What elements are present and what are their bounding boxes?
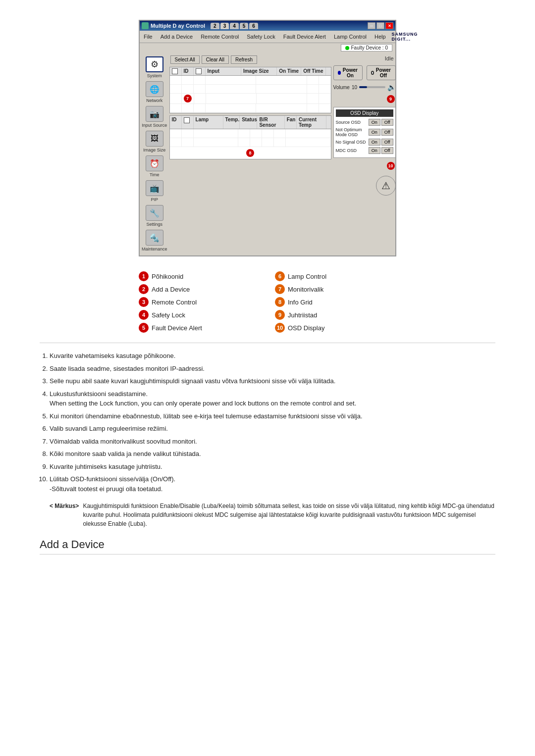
- osd-mdc-off[interactable]: Off: [381, 147, 393, 154]
- power-on-button[interactable]: Power On: [333, 65, 363, 80]
- volume-label: Volume: [333, 85, 350, 90]
- sidebar-label-maintenance: Maintenance: [142, 247, 167, 252]
- tab-3[interactable]: 3: [220, 23, 229, 29]
- legend-text-5: Fault Device Alert: [152, 324, 202, 332]
- right-panel: Idle Power On Power Off Volume 10: [333, 54, 396, 253]
- legend-num-9: 9: [275, 310, 285, 320]
- volume-slider[interactable]: [359, 86, 385, 88]
- list-item-2: Saate lisada seadme, sisestades monitori…: [50, 364, 495, 374]
- header-checkbox[interactable]: [172, 68, 178, 74]
- legend-section: 1 Põhikoonid 6 Lamp Control 2 Add a Devi…: [139, 271, 396, 333]
- sidebar-item-image-size[interactable]: 🖼 Image Size: [143, 131, 165, 152]
- numbered-list: Kuvarite vahetamiseks kasutage põhikoone…: [40, 351, 495, 494]
- legend-text-7: Monitorivalik: [288, 286, 323, 293]
- info-col-current-temp: Current Temp: [297, 116, 326, 129]
- legend-item-3: 3 Remote Control: [139, 297, 260, 307]
- sidebar-item-pip[interactable]: 📺 PIP: [146, 180, 163, 202]
- osd-row-no-signal: No Signal OSD On Off: [336, 139, 393, 146]
- left-sidebar: ⚙ System 🌐 Network 📷 Input Source: [142, 54, 167, 253]
- sidebar-item-settings[interactable]: 🔧 Settings: [146, 205, 163, 227]
- list-item-9: Kuvarite juhtimiseks kasutage juhtriistu…: [50, 462, 495, 472]
- maintenance-button[interactable]: ⚠: [376, 176, 396, 196]
- legend-item-2: 2 Add a Device: [139, 284, 260, 294]
- menu-file[interactable]: File: [142, 33, 155, 40]
- info-grid-header: ID Lamp Temp. Status B/R Sensor Fan Curr…: [170, 116, 331, 129]
- menu-help[interactable]: Help: [373, 33, 388, 40]
- menu-lamp-control[interactable]: Lamp Control: [332, 33, 369, 40]
- device-grid: ID Input Image Size On Time Off Time: [169, 67, 331, 113]
- faulty-device-label: Faulty Device : 0: [351, 45, 388, 50]
- volume-fill: [359, 86, 367, 88]
- info-col-img: [182, 116, 194, 129]
- osd-notoptimum-btns: On Off: [369, 129, 393, 136]
- sidebar-label-time: Time: [150, 172, 160, 177]
- tab-2[interactable]: 2: [211, 23, 219, 29]
- legend-text-3: Remote Control: [152, 299, 197, 306]
- menu-add-device[interactable]: Add a Device: [159, 33, 195, 40]
- osd-source-label: Source OSD: [336, 120, 369, 125]
- volume-value: 10: [352, 85, 357, 90]
- osd-notoptimum-on[interactable]: On: [369, 129, 380, 136]
- info-col-id: ID: [170, 116, 182, 129]
- header-img-checkbox[interactable]: [196, 68, 202, 74]
- osd-mdc-on[interactable]: On: [369, 147, 380, 154]
- app-title: Multiple D ay Control: [151, 23, 205, 29]
- list-item-7: Võimaldab valida monitorivalikust soovit…: [50, 437, 495, 447]
- clear-all-button[interactable]: Clear All: [202, 55, 229, 64]
- menu-fault-device-alert[interactable]: Fault Device Alert: [281, 33, 328, 40]
- power-off-button[interactable]: Power Off: [367, 65, 396, 80]
- menu-remote-control[interactable]: Remote Control: [199, 33, 241, 40]
- idle-status: Idle: [333, 54, 396, 62]
- osd-row-mdc: MDC OSD On Off: [336, 147, 393, 154]
- close-button[interactable]: ✕: [385, 22, 393, 29]
- osd-notoptimum-label: Not Optimum Mode OSD: [336, 127, 369, 137]
- title-tabs: 2 3 4 5 6: [211, 23, 258, 29]
- window-controls: ─ □ ✕: [368, 22, 393, 29]
- col-img: [194, 67, 206, 75]
- image-size-icon: 🖼: [146, 131, 163, 147]
- volume-icon: 🔈: [387, 83, 396, 91]
- osd-notoptimum-off[interactable]: Off: [381, 129, 393, 136]
- tab-6[interactable]: 6: [249, 23, 258, 29]
- minimize-button[interactable]: ─: [368, 22, 375, 29]
- select-all-button[interactable]: Select All: [170, 55, 200, 64]
- menu-safety-lock[interactable]: Safety Lock: [245, 33, 277, 40]
- refresh-button[interactable]: Refresh: [231, 55, 257, 64]
- osd-nosignal-on[interactable]: On: [369, 139, 380, 146]
- sidebar-item-input-source[interactable]: 📷 Input Source: [142, 106, 167, 128]
- maximize-button[interactable]: □: [376, 22, 384, 29]
- section-title: Add a Device: [40, 538, 495, 554]
- list-item-10-sub: -Sõltuvalt tootest ei pruugi olla toetat…: [50, 485, 162, 493]
- sidebar-item-maintenance[interactable]: 🔩 Maintenance: [142, 230, 167, 252]
- info-col-br-sensor: B/R Sensor: [257, 116, 284, 129]
- tab-4[interactable]: 4: [230, 23, 239, 29]
- badge-10: 10: [387, 162, 395, 170]
- info-col-fan: Fan: [285, 116, 297, 129]
- sidebar-label-network: Network: [146, 98, 162, 103]
- legend-text-10: OSD Display: [288, 324, 324, 332]
- legend-text-4: Safety Lock: [152, 311, 185, 319]
- badge-9-area: 9: [333, 94, 396, 104]
- osd-display-box: OSD Display Source OSD On Off Not Optimu…: [333, 107, 396, 158]
- col-off-time: Off Time: [301, 67, 325, 75]
- tab-5[interactable]: 5: [240, 23, 249, 29]
- sidebar-item-time[interactable]: ⏰ Time: [146, 155, 163, 177]
- legend-num-10: 10: [275, 323, 285, 333]
- osd-nosignal-off[interactable]: Off: [381, 139, 393, 146]
- info-grid-row-2: [170, 138, 331, 147]
- osd-source-on[interactable]: On: [369, 119, 380, 126]
- osd-source-btns: On Off: [369, 119, 393, 126]
- list-item-1: Kuvarite vahetamiseks kasutage põhikoone…: [50, 351, 495, 361]
- legend-num-7: 7: [275, 284, 285, 294]
- samsung-logo: SAMSUNG DIGIT...: [392, 32, 418, 42]
- col-input: Input: [206, 67, 241, 75]
- main-area: ⚙ System 🌐 Network 📷 Input Source: [140, 52, 395, 255]
- legend-item-10: 10 OSD Display: [275, 323, 396, 333]
- osd-source-off[interactable]: Off: [381, 119, 393, 126]
- sidebar-label-system: System: [147, 73, 162, 78]
- info-col-temp: Temp.: [223, 116, 240, 129]
- sidebar-item-system[interactable]: ⚙ System: [146, 56, 163, 78]
- sidebar-label-image-size: Image Size: [143, 148, 165, 152]
- sidebar-item-network[interactable]: 🌐 Network: [146, 81, 163, 103]
- col-image-size: Image Size: [241, 67, 277, 75]
